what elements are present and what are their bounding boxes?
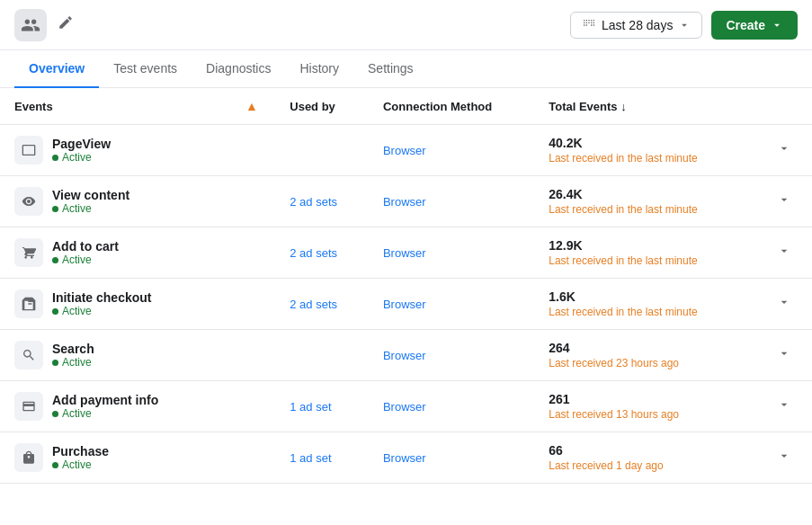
table-row[interactable]: Purchase Active 1 ad set Browser 66 Last… [0, 432, 812, 484]
expand-button[interactable] [777, 244, 791, 262]
table-header-row: Events ▲ Used by Connection Method Total… [0, 88, 812, 125]
date-filter-label: Last 28 days [602, 18, 673, 32]
chevron-down-icon [777, 141, 791, 156]
table-row[interactable]: Add payment info Active 1 ad set Browser… [0, 381, 812, 432]
expand-button[interactable] [777, 397, 791, 415]
expand-cell [763, 125, 812, 176]
event-icon [14, 238, 43, 267]
used-by-cell: 2 ad sets [275, 279, 369, 330]
expand-button[interactable] [777, 192, 791, 210]
expand-button[interactable] [777, 449, 791, 467]
connection-method-value: Browser [383, 400, 426, 414]
event-icon [14, 341, 43, 369]
event-cell: Initiate checkout Active [0, 279, 228, 330]
active-dot [52, 257, 58, 263]
connection-method-value: Browser [383, 144, 426, 157]
connection-method-cell: Browser [369, 125, 534, 176]
event-name: Search [52, 342, 94, 356]
date-filter[interactable]: Last 28 days [570, 12, 702, 39]
tab-history[interactable]: History [285, 50, 353, 88]
event-status: Active [52, 151, 111, 164]
expand-button[interactable] [777, 346, 791, 364]
tab-settings[interactable]: Settings [353, 50, 428, 88]
tab-test-events[interactable]: Test events [99, 50, 192, 88]
event-status: Active [52, 254, 119, 266]
connection-method-cell: Browser [369, 381, 534, 432]
last-received-value: Last received in the last minute [549, 306, 747, 318]
event-status: Active [52, 305, 151, 317]
total-events-cell: 12.9K Last received in the last minute [534, 227, 762, 279]
expand-cell [763, 279, 812, 330]
warning-cell [228, 432, 275, 484]
col-header-used-by: Used by [275, 88, 369, 125]
table-row[interactable]: View content Active 2 ad sets Browser 26… [0, 176, 812, 227]
total-events-value: 261 [549, 392, 747, 406]
last-received-value: Last received 1 day ago [549, 459, 747, 472]
connection-method-cell: Browser [369, 432, 534, 484]
total-events-value: 1.6K [549, 289, 747, 304]
connection-method-value: Browser [383, 451, 426, 465]
event-cell: PageView Active [0, 125, 228, 176]
total-events-value: 66 [549, 443, 747, 458]
avatar[interactable] [14, 9, 47, 41]
tab-diagnostics[interactable]: Diagnostics [192, 50, 285, 88]
last-received-value: Last received 13 hours ago [549, 408, 747, 421]
expand-button[interactable] [777, 141, 791, 159]
chevron-down-icon [777, 192, 791, 207]
expand-cell [763, 381, 812, 432]
edit-icon[interactable] [58, 14, 74, 35]
warning-cell [228, 125, 275, 176]
event-icon [14, 443, 43, 472]
last-received-value: Last received in the last minute [549, 152, 747, 165]
event-name: Add to cart [52, 239, 119, 254]
total-events-cell: 66 Last received 1 day ago [534, 432, 762, 484]
event-name: PageView [52, 137, 111, 151]
used-by-value[interactable]: 2 ad sets [290, 195, 337, 209]
tab-overview[interactable]: Overview [14, 50, 99, 88]
used-by-value[interactable]: 2 ad sets [290, 246, 337, 260]
warning-cell [228, 279, 275, 330]
used-by-cell [275, 125, 369, 176]
used-by-value[interactable]: 2 ad sets [290, 298, 337, 311]
table-row[interactable]: Search Active Browser 264 Last received … [0, 330, 812, 381]
events-table-container: Events ▲ Used by Connection Method Total… [0, 88, 812, 484]
event-status: Active [52, 458, 109, 471]
expand-button[interactable] [777, 295, 791, 313]
table-row[interactable]: Add to cart Active 2 ad sets Browser 12.… [0, 227, 812, 279]
col-header-total-events: Total Events ↓ [534, 88, 762, 125]
warning-cell [228, 330, 275, 381]
expand-cell [763, 176, 812, 227]
create-chevron-icon [771, 19, 783, 31]
event-name: Initiate checkout [52, 290, 151, 305]
col-header-events: Events [0, 88, 228, 125]
events-table: Events ▲ Used by Connection Method Total… [0, 88, 812, 484]
chevron-down-icon [777, 449, 791, 463]
connection-method-cell: Browser [369, 279, 534, 330]
event-icon [14, 187, 43, 216]
total-events-value: 40.2K [549, 136, 747, 150]
warning-cell [228, 176, 275, 227]
active-dot [52, 206, 58, 212]
connection-method-cell: Browser [369, 176, 534, 227]
col-header-connection-method: Connection Method [369, 88, 534, 125]
active-dot [52, 462, 58, 468]
event-status: Active [52, 407, 158, 420]
col-header-expand [763, 88, 812, 125]
connection-method-value: Browser [383, 195, 426, 209]
event-icon [14, 136, 43, 165]
table-row[interactable]: PageView Active Browser 40.2K Last recei… [0, 125, 812, 176]
event-cell: Add to cart Active [0, 227, 228, 279]
connection-method-cell: Browser [369, 227, 534, 279]
event-cell: Add payment info Active [0, 381, 228, 432]
table-row[interactable]: Initiate checkout Active 2 ad sets Brows… [0, 279, 812, 330]
chevron-down-icon [777, 397, 791, 412]
create-button[interactable]: Create [711, 11, 798, 40]
chevron-down-icon [777, 244, 791, 258]
total-events-cell: 26.4K Last received in the last minute [534, 176, 762, 227]
used-by-value[interactable]: 1 ad set [290, 400, 331, 414]
used-by-value[interactable]: 1 ad set [290, 451, 331, 465]
table-body: PageView Active Browser 40.2K Last recei… [0, 125, 812, 484]
event-icon [14, 392, 43, 421]
used-by-cell: 1 ad set [275, 381, 369, 432]
last-received-value: Last received in the last minute [549, 254, 747, 267]
